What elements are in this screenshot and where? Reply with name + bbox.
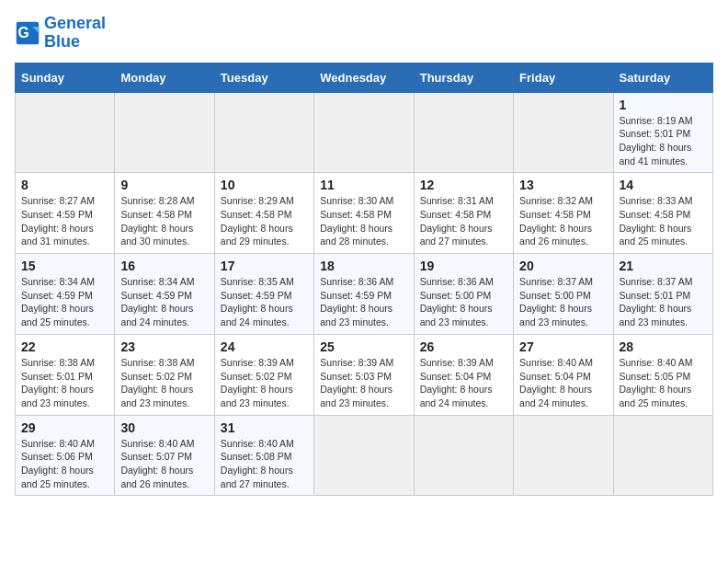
day-info: Sunrise: 8:37 AM Sunset: 5:01 PM Dayligh…: [620, 275, 707, 329]
day-info: Sunrise: 8:39 AM Sunset: 5:03 PM Dayligh…: [320, 356, 407, 410]
calendar-cell: 13 Sunrise: 8:32 AM Sunset: 4:58 PM Dayl…: [514, 173, 613, 254]
day-number: 24: [221, 339, 308, 354]
calendar-cell: 29 Sunrise: 8:40 AM Sunset: 5:06 PM Dayl…: [16, 415, 115, 496]
day-number: 29: [21, 420, 108, 435]
day-number: 1: [620, 98, 707, 112]
calendar-cell: 17 Sunrise: 8:35 AM Sunset: 4:59 PM Dayl…: [214, 254, 313, 335]
calendar-cell: [613, 415, 712, 496]
day-info: Sunrise: 8:30 AM Sunset: 4:58 PM Dayligh…: [320, 194, 407, 248]
day-number: 10: [221, 178, 308, 192]
calendar-cell: 12 Sunrise: 8:31 AM Sunset: 4:58 PM Dayl…: [414, 173, 513, 254]
svg-text:G: G: [18, 25, 29, 40]
calendar-table: SundayMondayTuesdayWednesdayThursdayFrid…: [15, 63, 713, 497]
calendar-cell: 23 Sunrise: 8:38 AM Sunset: 5:02 PM Dayl…: [115, 334, 214, 415]
day-number: 11: [320, 178, 407, 192]
day-info: Sunrise: 8:40 AM Sunset: 5:06 PM Dayligh…: [21, 437, 108, 491]
day-number: 22: [21, 339, 108, 354]
logo-icon: G: [15, 20, 40, 46]
day-header-tuesday: Tuesday: [214, 63, 313, 92]
day-info: Sunrise: 8:40 AM Sunset: 5:04 PM Dayligh…: [519, 356, 607, 410]
day-header-saturday: Saturday: [613, 63, 712, 92]
calendar-cell: [514, 415, 613, 496]
day-number: 23: [120, 339, 208, 354]
logo: G GeneralBlue: [15, 15, 106, 52]
day-number: 18: [320, 259, 407, 273]
calendar-cell: 26 Sunrise: 8:39 AM Sunset: 5:04 PM Dayl…: [414, 334, 513, 415]
calendar-cell: 16 Sunrise: 8:34 AM Sunset: 4:59 PM Dayl…: [115, 254, 214, 335]
day-info: Sunrise: 8:31 AM Sunset: 4:58 PM Dayligh…: [420, 194, 507, 248]
calendar-cell: 18 Sunrise: 8:36 AM Sunset: 4:59 PM Dayl…: [314, 254, 414, 335]
calendar-header: SundayMondayTuesdayWednesdayThursdayFrid…: [16, 63, 713, 92]
calendar-cell: 14 Sunrise: 8:33 AM Sunset: 4:58 PM Dayl…: [613, 173, 712, 254]
calendar-cell: 30 Sunrise: 8:40 AM Sunset: 5:07 PM Dayl…: [115, 415, 214, 496]
calendar-cell: [115, 92, 214, 173]
calendar-cell: 28 Sunrise: 8:40 AM Sunset: 5:05 PM Dayl…: [613, 334, 712, 415]
calendar-week-4: 22 Sunrise: 8:38 AM Sunset: 5:01 PM Dayl…: [16, 334, 713, 415]
day-info: Sunrise: 8:39 AM Sunset: 5:04 PM Dayligh…: [420, 356, 507, 410]
calendar-cell: 11 Sunrise: 8:30 AM Sunset: 4:58 PM Dayl…: [314, 173, 414, 254]
day-info: Sunrise: 8:35 AM Sunset: 4:59 PM Dayligh…: [221, 275, 308, 329]
day-info: Sunrise: 8:36 AM Sunset: 4:59 PM Dayligh…: [320, 275, 407, 329]
day-info: Sunrise: 8:27 AM Sunset: 4:59 PM Dayligh…: [21, 194, 108, 248]
day-number: 16: [120, 259, 208, 273]
calendar-cell: 22 Sunrise: 8:38 AM Sunset: 5:01 PM Dayl…: [16, 334, 115, 415]
day-info: Sunrise: 8:29 AM Sunset: 4:58 PM Dayligh…: [221, 194, 308, 248]
day-info: Sunrise: 8:34 AM Sunset: 4:59 PM Dayligh…: [120, 275, 208, 329]
day-header-wednesday: Wednesday: [314, 63, 414, 92]
day-number: 28: [620, 339, 707, 354]
day-number: 25: [320, 339, 407, 354]
page-header: G GeneralBlue: [15, 15, 713, 52]
calendar-cell: 9 Sunrise: 8:28 AM Sunset: 4:58 PM Dayli…: [115, 173, 214, 254]
day-header-thursday: Thursday: [414, 63, 513, 92]
day-number: 30: [120, 420, 208, 435]
day-info: Sunrise: 8:28 AM Sunset: 4:58 PM Dayligh…: [120, 194, 208, 248]
day-info: Sunrise: 8:40 AM Sunset: 5:05 PM Dayligh…: [620, 356, 707, 410]
calendar-cell: 31 Sunrise: 8:40 AM Sunset: 5:08 PM Dayl…: [214, 415, 313, 496]
day-info: Sunrise: 8:32 AM Sunset: 4:58 PM Dayligh…: [519, 194, 607, 248]
day-number: 12: [420, 178, 507, 192]
day-number: 9: [120, 178, 208, 192]
day-number: 27: [519, 339, 607, 354]
day-number: 19: [420, 259, 507, 273]
day-info: Sunrise: 8:39 AM Sunset: 5:02 PM Dayligh…: [221, 356, 308, 410]
calendar-week-1: 1 Sunrise: 8:19 AM Sunset: 5:01 PM Dayli…: [16, 92, 713, 173]
calendar-cell: 21 Sunrise: 8:37 AM Sunset: 5:01 PM Dayl…: [613, 254, 712, 335]
calendar-cell: [16, 92, 115, 173]
day-header-monday: Monday: [115, 63, 214, 92]
day-number: 20: [519, 259, 607, 273]
day-number: 26: [420, 339, 507, 354]
day-info: Sunrise: 8:19 AM Sunset: 5:01 PM Dayligh…: [620, 114, 707, 168]
day-number: 13: [519, 178, 607, 192]
logo-text: GeneralBlue: [44, 15, 106, 52]
day-info: Sunrise: 8:33 AM Sunset: 4:58 PM Dayligh…: [620, 194, 707, 248]
calendar-cell: [414, 415, 513, 496]
day-number: 21: [620, 259, 707, 273]
day-number: 14: [620, 178, 707, 192]
day-info: Sunrise: 8:38 AM Sunset: 5:02 PM Dayligh…: [120, 356, 208, 410]
calendar-cell: 27 Sunrise: 8:40 AM Sunset: 5:04 PM Dayl…: [514, 334, 613, 415]
calendar-week-5: 29 Sunrise: 8:40 AM Sunset: 5:06 PM Dayl…: [16, 415, 713, 496]
calendar-cell: 25 Sunrise: 8:39 AM Sunset: 5:03 PM Dayl…: [314, 334, 414, 415]
calendar-cell: [514, 92, 613, 173]
calendar-cell: 1 Sunrise: 8:19 AM Sunset: 5:01 PM Dayli…: [613, 92, 712, 173]
calendar-cell: 24 Sunrise: 8:39 AM Sunset: 5:02 PM Dayl…: [214, 334, 313, 415]
day-header-friday: Friday: [514, 63, 613, 92]
calendar-cell: 15 Sunrise: 8:34 AM Sunset: 4:59 PM Dayl…: [16, 254, 115, 335]
day-info: Sunrise: 8:38 AM Sunset: 5:01 PM Dayligh…: [21, 356, 108, 410]
calendar-cell: [314, 415, 414, 496]
day-header-sunday: Sunday: [16, 63, 115, 92]
calendar-cell: 10 Sunrise: 8:29 AM Sunset: 4:58 PM Dayl…: [214, 173, 313, 254]
calendar-cell: 8 Sunrise: 8:27 AM Sunset: 4:59 PM Dayli…: [16, 173, 115, 254]
calendar-week-2: 8 Sunrise: 8:27 AM Sunset: 4:59 PM Dayli…: [16, 173, 713, 254]
calendar-week-3: 15 Sunrise: 8:34 AM Sunset: 4:59 PM Dayl…: [16, 254, 713, 335]
day-number: 8: [21, 178, 108, 192]
day-info: Sunrise: 8:40 AM Sunset: 5:07 PM Dayligh…: [120, 437, 208, 491]
calendar-cell: 20 Sunrise: 8:37 AM Sunset: 5:00 PM Dayl…: [514, 254, 613, 335]
calendar-cell: 19 Sunrise: 8:36 AM Sunset: 5:00 PM Dayl…: [414, 254, 513, 335]
day-info: Sunrise: 8:40 AM Sunset: 5:08 PM Dayligh…: [221, 437, 308, 491]
day-info: Sunrise: 8:37 AM Sunset: 5:00 PM Dayligh…: [519, 275, 607, 329]
calendar-cell: [214, 92, 313, 173]
day-info: Sunrise: 8:34 AM Sunset: 4:59 PM Dayligh…: [21, 275, 108, 329]
day-info: Sunrise: 8:36 AM Sunset: 5:00 PM Dayligh…: [420, 275, 507, 329]
day-number: 31: [221, 420, 308, 435]
